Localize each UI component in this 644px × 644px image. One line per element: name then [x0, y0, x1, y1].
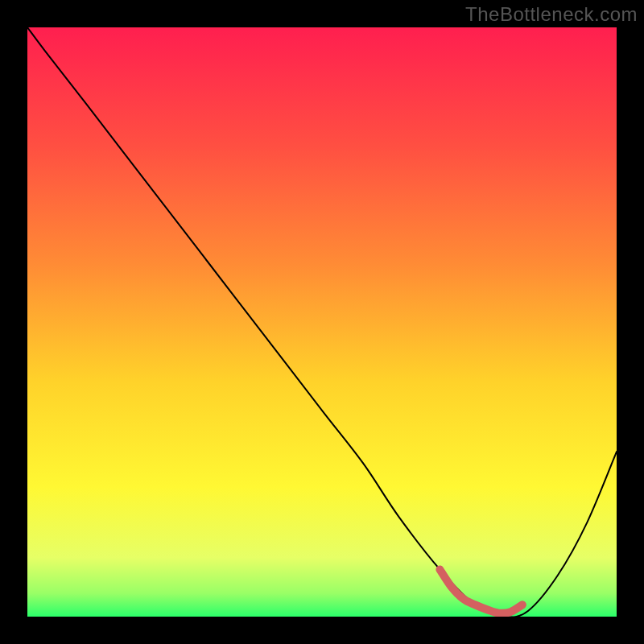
chart-frame: TheBottleneck.com: [0, 0, 644, 644]
watermark-label: TheBottleneck.com: [465, 3, 638, 26]
plot-area: [27, 27, 617, 617]
chart-svg: [27, 27, 617, 617]
gradient-background: [27, 27, 617, 617]
